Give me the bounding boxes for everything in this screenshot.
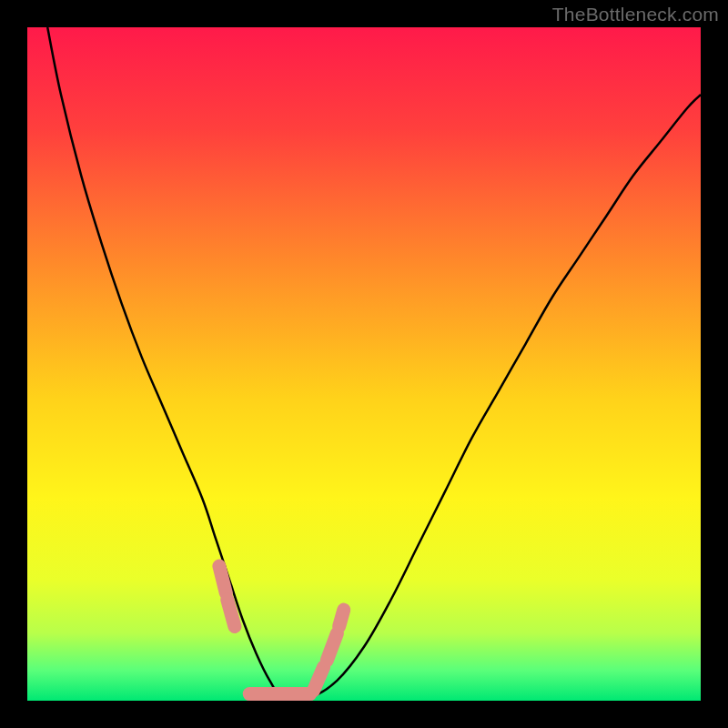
chart-svg: [0, 0, 728, 728]
highlight-segment-5: [339, 610, 344, 627]
highlight-segment-1: [228, 600, 235, 627]
highlight-segment-3: [314, 667, 324, 691]
highlight-segment-4: [327, 633, 337, 661]
highlight-segment-0: [219, 566, 226, 593]
chart-stage: TheBottleneck.com: [0, 0, 728, 728]
plot-background: [27, 27, 701, 701]
watermark-text: TheBottleneck.com: [552, 4, 719, 25]
